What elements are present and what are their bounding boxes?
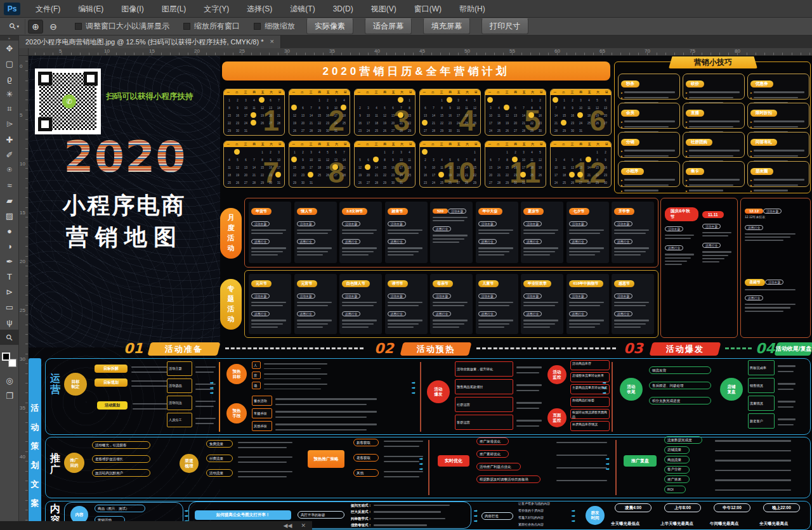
crop-tool[interactable]: ⌗ — [0, 101, 19, 117]
option-button-2[interactable]: 填充屏幕 — [423, 18, 470, 34]
review-notes-2 — [715, 456, 791, 463]
screen-mode-button[interactable]: ❐ — [0, 388, 19, 403]
zoom-out-button[interactable]: ⊖ — [46, 20, 61, 34]
menu-item-6[interactable]: 滤镜(T) — [281, 0, 324, 18]
option-checkbox-1[interactable]: 缩放所有窗口 — [183, 21, 240, 32]
window-control-icon-1[interactable]: ✕ — [301, 522, 306, 529]
text-line — [745, 289, 796, 290]
weekday-label: 五 — [392, 91, 395, 94]
text-line — [195, 401, 216, 402]
text-line — [195, 366, 216, 368]
background-window-bar[interactable]: ◀◀✕ — [0, 521, 312, 530]
text-line — [388, 251, 419, 252]
option-checkbox-2[interactable]: 细微缩放 — [254, 21, 295, 32]
brush-tool[interactable]: ✐ — [0, 147, 19, 162]
highlight-date-dot — [251, 112, 256, 118]
blur-tool[interactable]: ● — [0, 223, 19, 238]
text-line — [778, 406, 794, 408]
special-card-7: 618年中购物节活动主题适用行业 — [566, 274, 609, 334]
shape-tool[interactable]: ▭ — [0, 299, 19, 314]
dodge-tool[interactable]: ◑ — [0, 238, 19, 254]
preheat-branch-1: 老客获取 — [353, 454, 379, 462]
bullet-icon: ▸ — [686, 154, 688, 158]
zoom-tool[interactable]: ⚲ — [0, 330, 19, 345]
text-line — [614, 302, 649, 303]
text-line — [297, 254, 324, 255]
document-tab[interactable]: 2020小程序电商营销地图.jpg @ 12.5% (扫码可以获得小程序扶持, … — [19, 36, 281, 48]
history-brush-tool[interactable]: ≈ — [0, 178, 19, 193]
path-select-tool[interactable]: ⊳ — [0, 284, 19, 299]
ruler-number: 35 — [329, 48, 335, 54]
phase-number-02: 02 — [374, 340, 394, 356]
menu-item-5[interactable]: 选择(S) — [238, 0, 281, 18]
foreground-color-swatch[interactable] — [2, 352, 10, 361]
lasso-tool[interactable]: ϱ — [0, 71, 19, 86]
menu-item-10[interactable]: 帮助(H) — [450, 0, 494, 18]
menu-item-3[interactable]: 图层(L) — [153, 0, 195, 18]
window-control-icon-0[interactable]: ◀◀ — [284, 522, 292, 529]
highlight-date-dot — [561, 120, 566, 126]
poster-title-line2: 营销地图 — [29, 222, 220, 253]
zoom-tool-chip[interactable]: ⚲▾ — [4, 19, 25, 34]
highlight-date-dot — [234, 149, 240, 155]
menu-item-2[interactable]: 图像(I) — [112, 0, 152, 18]
document-canvas[interactable]: ✆ 扫码可以获得小程序扶持 2020 小程序电商 营销地图 2020营销日历&全… — [29, 56, 812, 530]
magic-wand-tool[interactable]: ✳ — [0, 86, 19, 101]
option-button-1[interactable]: 适合屏幕 — [365, 18, 412, 34]
gradient-tool[interactable]: ▨ — [0, 208, 19, 223]
menu-item-1[interactable]: 编辑(E) — [69, 0, 112, 18]
pen-tool[interactable]: ✒ — [0, 254, 19, 269]
marquee-tool[interactable]: ▢ — [0, 56, 19, 71]
quick-mask-button[interactable]: ◎ — [0, 373, 19, 388]
weekday-label: 一 — [227, 91, 230, 94]
special-card-0: 元旦节活动主题适用行业 — [249, 274, 291, 334]
phase-banner-02: 活动预热 — [400, 342, 471, 356]
hand-tool[interactable]: ψ — [0, 314, 19, 330]
checkbox-box[interactable] — [75, 23, 82, 30]
text-line — [624, 179, 675, 180]
eyedropper-tool[interactable]: ⌲ — [0, 117, 19, 132]
text-line — [478, 326, 505, 328]
special-card-1: 元宵节活动主题适用行业 — [294, 274, 337, 334]
activity-card-title: 年中大促 — [478, 208, 502, 215]
clone-stamp-tool[interactable]: ⍟ — [0, 162, 19, 178]
type-tool[interactable]: T — [0, 269, 19, 284]
bullet-icon: ▸ — [750, 125, 752, 129]
send-time-note-3: 全天曝光最高点 — [759, 521, 789, 527]
flow-arrows-icon: ➡➡➡ — [474, 508, 478, 523]
weekday-label: 五 — [588, 143, 591, 146]
realtime-notes-2 — [556, 463, 607, 471]
store-review-table-label-2: 流量情况 — [748, 396, 775, 411]
preheat-branch-0: 新客获取 — [353, 439, 379, 446]
channel-item-0: 免费流量 — [206, 440, 233, 448]
healing-brush-tool[interactable]: ✚ — [0, 132, 19, 147]
menu-item-7[interactable]: 3D(D) — [324, 0, 362, 18]
review-item-3: 客户分析 — [664, 466, 690, 474]
menu-item-9[interactable]: 窗口(W) — [405, 0, 450, 18]
checkbox-box[interactable] — [254, 23, 261, 30]
menu-item-8[interactable]: 视图(V) — [362, 0, 405, 18]
text-line — [624, 150, 675, 151]
weekday-label: 四 — [579, 143, 582, 146]
option-checkbox-0[interactable]: 调整窗口大小以满屏显示 — [75, 21, 169, 32]
lasso-icon: ϱ — [7, 74, 11, 84]
burst-table-label-2: 社群运营 — [455, 397, 513, 412]
checkbox-box[interactable] — [183, 23, 190, 30]
text-line — [374, 524, 427, 526]
activity-card-title: 3.8女神节 — [342, 208, 367, 215]
zoom-in-button[interactable]: ⊕ — [28, 20, 43, 34]
tag-industry: 适用行业 — [478, 239, 497, 244]
calendar-day-grid: 1234567891011121314151617181920212223242… — [291, 96, 348, 134]
menu-item-4[interactable]: 文字(Y) — [195, 0, 238, 18]
tab-close-icon[interactable]: × — [270, 37, 273, 48]
color-swatches[interactable] — [2, 352, 18, 369]
tools-panel-header[interactable]: » — [0, 36, 18, 41]
option-button-0[interactable]: 实际像素 — [306, 18, 353, 34]
weekday-label: 四 — [383, 91, 386, 94]
move-tool[interactable]: ✥ — [0, 41, 19, 56]
tag-industry: 适用行业 — [614, 311, 632, 316]
eraser-tool[interactable]: ▰ — [0, 193, 19, 208]
store-review-table-label-1: 销售情况 — [748, 378, 775, 393]
option-button-3[interactable]: 打印尺寸 — [481, 18, 528, 34]
menu-item-0[interactable]: 文件(F) — [27, 0, 69, 18]
